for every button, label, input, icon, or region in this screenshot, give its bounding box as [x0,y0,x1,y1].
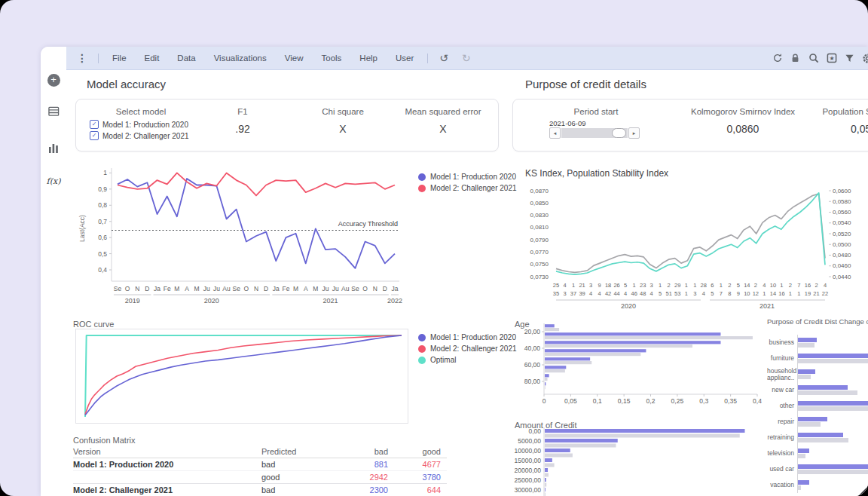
checkbox-icon: ✓ [90,131,99,140]
purpose-chart-rows: businessfurniturehousehold applianc..new… [767,335,868,493]
svg-text:D: D [264,285,268,292]
legend-entry: Model 1: Production 2020 [418,173,517,181]
svg-text:20,00: 20,00 [524,328,541,335]
svg-text:37: 37 [570,290,576,297]
svg-text:Ju: Ju [213,285,220,292]
confusion-cell: 881 [346,460,393,469]
legend-label: Model 2: Challenger 2021 [430,344,517,353]
confusion-cell: 3780 [393,473,445,482]
svg-text:42: 42 [605,290,611,297]
svg-text:1: 1 [685,282,688,289]
svg-text:3: 3 [650,282,653,289]
purpose-bar-purple [798,480,809,485]
svg-text:40,00: 40,00 [524,344,541,352]
svg-text:2021: 2021 [323,297,338,305]
function-button[interactable]: f(x) [41,176,66,186]
search-icon[interactable] [808,53,819,64]
svg-text:5: 5 [711,290,714,297]
svg-text:4: 4 [624,290,627,297]
accuracy-line-chart: 10,90,80,70,60,50,4Last(Acc)Accuracy Thr… [75,162,411,307]
svg-text:0,5: 0,5 [98,250,107,258]
svg-text:0,0750: 0,0750 [530,261,549,268]
svg-text:3: 3 [563,290,566,297]
confusion-col-header: Version [73,447,261,456]
legend-entry: Model 2: Challenger 2021 [418,184,517,192]
svg-text:4: 4 [589,290,592,297]
menu-item-data[interactable]: Data [168,54,204,63]
svg-text:M: M [293,285,298,292]
purpose-bar-purple [798,369,815,374]
confusion-cell: Model 2: Challenger 2021 [73,485,261,494]
sync-icon[interactable] [772,53,783,64]
purpose-bar-purple [798,433,843,437]
svg-text:0,05: 0,05 [564,397,577,405]
resize-corner-grip[interactable] [858,486,868,496]
menu-item-view[interactable]: View [276,54,313,63]
bookmark-icon[interactable]: ★ [826,53,837,64]
menubar-divider [98,54,99,63]
svg-text:1: 1 [103,169,107,176]
redo-icon[interactable]: ↻ [455,52,478,64]
model-checkbox-1[interactable]: ✓Model 1: Production 2020 [90,120,189,129]
confusion-cell: good [261,473,346,482]
menu-item-edit[interactable]: Edit [136,54,169,63]
checkbox-icon: ✓ [90,120,99,129]
slider-right-arrow[interactable]: ▸ [628,127,640,139]
svg-text:0,25: 0,25 [671,397,684,405]
model-checkbox-2[interactable]: ✓Model 2: Challenger 2021 [90,131,189,140]
svg-text:0,8: 0,8 [98,201,107,209]
svg-text:2: 2 [668,282,671,289]
svg-text:28: 28 [701,282,707,289]
menu-item-help[interactable]: Help [350,54,387,63]
svg-text:Ju: Ju [332,285,339,292]
data-table-button[interactable] [41,106,66,120]
menu-item-visualizations[interactable]: Visualizations [205,54,276,63]
svg-text:0,0460: 0,0460 [833,262,851,269]
purpose-bar-gray [798,343,815,348]
ks-psi-line-chart: 0,08700,08500,08300,08100,07900,07700,07… [512,180,868,310]
age-bar-chart: 20,0040,0060,0080,0000,050,10,150,20,250… [512,323,769,415]
slider-thumb[interactable] [612,128,626,138]
menu-item-tools[interactable]: Tools [312,54,350,63]
roc-title: ROC curve [73,320,114,329]
slider-track[interactable] [561,128,628,138]
svg-text:0,4: 0,4 [753,397,762,405]
visualizations-button[interactable] [41,142,66,156]
roc-legend: Model 1: Production 2020Model 2: Challen… [418,333,517,364]
svg-text:0,4: 0,4 [98,266,107,274]
add-button[interactable]: + [41,72,66,87]
kebab-menu-icon[interactable]: ⋮ [66,52,93,64]
undo-icon[interactable]: ↺ [432,52,455,64]
purpose-category-label: vacation [767,482,797,488]
svg-text:9: 9 [598,282,601,289]
confusion-row: good29423780 [73,471,447,484]
roc-chart-box [75,329,408,424]
gear-icon[interactable] [862,53,868,64]
confusion-cell: 644 [393,485,445,494]
purpose-bar-gray [798,438,848,442]
svg-text:0,0830: 0,0830 [530,212,549,219]
menu-item-user[interactable]: User [387,54,423,63]
chi-square-value: X [339,123,346,135]
confusion-matrix-title: Confusion Matrix [73,436,136,445]
purpose-category-label: household applianc.. [767,368,797,381]
svg-text:0,0520: 0,0520 [833,231,851,237]
purpose-row: other [767,398,868,414]
menu-item-file[interactable]: File [103,54,136,63]
purpose-row: furniture [767,351,868,366]
lock-icon[interactable] [790,53,801,64]
mse-value: X [439,123,446,135]
confusion-cell: bad [261,460,346,469]
function-icon: f(x) [47,176,61,186]
model-metrics-card: Select model ✓Model 1: Production 2020✓M… [75,99,499,152]
confusion-header-row: VersionPredictedbadgood [73,445,447,458]
svg-text:7: 7 [797,282,800,289]
svg-text:0,0870: 0,0870 [530,188,549,194]
filter-icon[interactable] [844,53,855,64]
slider-left-arrow[interactable]: ◂ [549,127,561,139]
svg-text:N: N [135,285,139,292]
purpose-bar-gray [798,422,821,427]
purpose-bar-gray [798,454,805,458]
purpose-bars [797,366,868,382]
purpose-category-label: used car [767,466,797,473]
